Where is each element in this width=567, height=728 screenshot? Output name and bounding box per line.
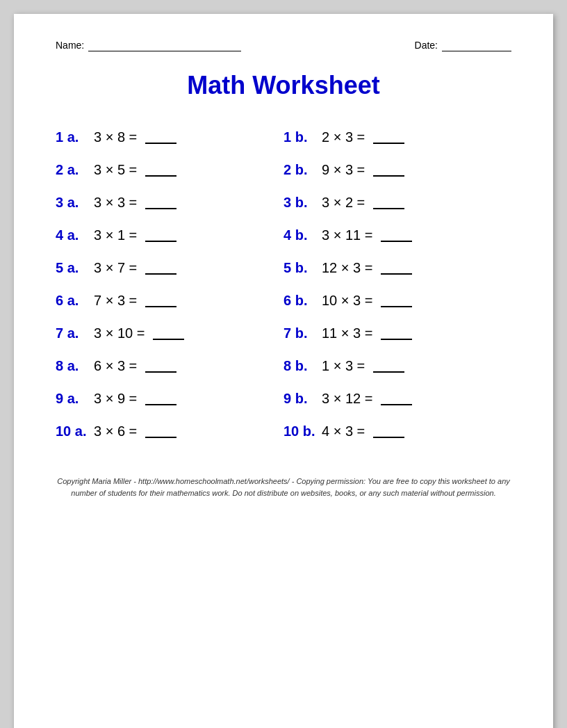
problem-left-9: 9 a. 3 × 9 = <box>56 391 284 407</box>
label-4b: 4 b. <box>284 227 322 243</box>
problem-right-5: 5 b. 12 × 3 = <box>284 260 511 276</box>
problem-right-6: 6 b. 10 × 3 = <box>284 293 511 309</box>
problem-left-6: 6 a. 7 × 3 = <box>56 293 284 309</box>
answer-line-9a <box>145 393 176 405</box>
equation-10a: 3 × 6 = <box>94 423 176 439</box>
answer-line-7a <box>153 327 184 340</box>
label-8a: 8 a. <box>56 358 94 374</box>
label-10b: 10 b. <box>284 423 322 439</box>
answer-line-7b <box>381 327 412 340</box>
name-field: Name: <box>56 39 241 51</box>
equation-7a: 3 × 10 = <box>94 325 184 341</box>
name-date-row: Name: Date: <box>56 39 511 51</box>
equation-6a: 7 × 3 = <box>94 293 176 309</box>
answer-line-5b <box>381 262 412 275</box>
equation-9a: 3 × 9 = <box>94 391 176 407</box>
problem-left-2: 2 a. 3 × 5 = <box>56 162 284 178</box>
problem-row: 3 a. 3 × 3 = 3 b. 3 × 2 = <box>56 186 511 219</box>
problem-left-1: 1 a. 3 × 8 = <box>56 129 284 145</box>
problem-left-5: 5 a. 3 × 7 = <box>56 260 284 276</box>
label-8b: 8 b. <box>284 358 322 374</box>
answer-line-6b <box>381 295 412 307</box>
label-1a: 1 a. <box>56 129 94 145</box>
date-label: Date: <box>415 40 438 51</box>
label-3a: 3 a. <box>56 195 94 211</box>
answer-line-3a <box>145 197 176 209</box>
answer-line-10a <box>145 426 176 438</box>
equation-5b: 12 × 3 = <box>322 260 412 276</box>
problem-left-8: 8 a. 6 × 3 = <box>56 358 284 374</box>
label-2a: 2 a. <box>56 162 94 178</box>
label-5b: 5 b. <box>284 260 322 276</box>
equation-3b: 3 × 2 = <box>322 195 404 211</box>
label-7b: 7 b. <box>284 325 322 341</box>
label-7a: 7 a. <box>56 325 94 341</box>
name-label: Name: <box>56 40 84 51</box>
answer-line-1a <box>145 131 176 144</box>
answer-line-4b <box>381 229 412 242</box>
label-2b: 2 b. <box>284 162 322 178</box>
equation-3a: 3 × 3 = <box>94 195 176 211</box>
equation-8a: 6 × 3 = <box>94 358 176 374</box>
equation-9b: 3 × 12 = <box>322 391 412 407</box>
label-4a: 4 a. <box>56 227 94 243</box>
answer-line-1b <box>373 131 404 144</box>
copyright-text: Copyright Maria Miller - http://www.home… <box>56 476 511 499</box>
label-1b: 1 b. <box>284 129 322 145</box>
problem-left-10: 10 a. 3 × 6 = <box>56 423 284 439</box>
answer-line-9b <box>381 393 412 405</box>
problem-right-3: 3 b. 3 × 2 = <box>284 195 511 211</box>
label-10a: 10 a. <box>56 423 94 439</box>
label-6b: 6 b. <box>284 293 322 309</box>
problem-right-8: 8 b. 1 × 3 = <box>284 358 511 374</box>
answer-line-5a <box>145 262 176 275</box>
label-5a: 5 a. <box>56 260 94 276</box>
problem-right-4: 4 b. 3 × 11 = <box>284 227 511 243</box>
date-field: Date: <box>415 39 511 51</box>
answer-line-10b <box>373 426 404 438</box>
problem-left-7: 7 a. 3 × 10 = <box>56 325 284 341</box>
equation-5a: 3 × 7 = <box>94 260 176 276</box>
answer-line-8b <box>373 360 404 373</box>
worksheet-page: Name: Date: Math Worksheet 1 a. 3 × 8 = … <box>14 14 553 728</box>
problem-left-3: 3 a. 3 × 3 = <box>56 195 284 211</box>
problem-right-7: 7 b. 11 × 3 = <box>284 325 511 341</box>
equation-10b: 4 × 3 = <box>322 423 404 439</box>
label-3b: 3 b. <box>284 195 322 211</box>
problem-row: 4 a. 3 × 1 = 4 b. 3 × 11 = <box>56 219 511 252</box>
problem-row: 1 a. 3 × 8 = 1 b. 2 × 3 = <box>56 121 511 154</box>
equation-1b: 2 × 3 = <box>322 129 404 145</box>
answer-line-3b <box>373 197 404 209</box>
problem-left-4: 4 a. 3 × 1 = <box>56 227 284 243</box>
problem-right-1: 1 b. 2 × 3 = <box>284 129 511 145</box>
problems-container: 1 a. 3 × 8 = 1 b. 2 × 3 = 2 a. 3 × 5 = 2… <box>56 121 511 448</box>
date-line <box>442 39 511 51</box>
problem-right-2: 2 b. 9 × 3 = <box>284 162 511 178</box>
problem-row: 5 a. 3 × 7 = 5 b. 12 × 3 = <box>56 252 511 284</box>
equation-4b: 3 × 11 = <box>322 227 412 243</box>
equation-2b: 9 × 3 = <box>322 162 404 178</box>
label-6a: 6 a. <box>56 293 94 309</box>
problem-row: 9 a. 3 × 9 = 9 b. 3 × 12 = <box>56 382 511 415</box>
name-line <box>88 39 241 51</box>
answer-line-4a <box>145 229 176 242</box>
problem-row: 2 a. 3 × 5 = 2 b. 9 × 3 = <box>56 154 511 186</box>
equation-2a: 3 × 5 = <box>94 162 176 178</box>
problem-row: 7 a. 3 × 10 = 7 b. 11 × 3 = <box>56 317 511 350</box>
problem-right-10: 10 b. 4 × 3 = <box>284 423 511 439</box>
problem-row: 8 a. 6 × 3 = 8 b. 1 × 3 = <box>56 350 511 382</box>
answer-line-6a <box>145 295 176 307</box>
answer-line-8a <box>145 360 176 373</box>
problem-row: 6 a. 7 × 3 = 6 b. 10 × 3 = <box>56 284 511 317</box>
equation-7b: 11 × 3 = <box>322 325 412 341</box>
label-9b: 9 b. <box>284 391 322 407</box>
equation-8b: 1 × 3 = <box>322 358 404 374</box>
page-title: Math Worksheet <box>56 71 511 100</box>
problem-right-9: 9 b. 3 × 12 = <box>284 391 511 407</box>
equation-4a: 3 × 1 = <box>94 227 176 243</box>
answer-line-2b <box>373 164 404 177</box>
answer-line-2a <box>145 164 176 177</box>
equation-6b: 10 × 3 = <box>322 293 412 309</box>
equation-1a: 3 × 8 = <box>94 129 176 145</box>
problem-row: 10 a. 3 × 6 = 10 b. 4 × 3 = <box>56 415 511 448</box>
